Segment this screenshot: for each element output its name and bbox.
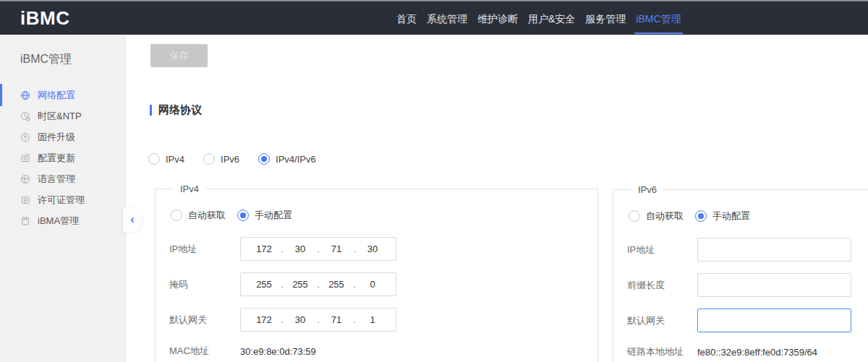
ipv6-ip-row: IP地址	[627, 238, 868, 262]
sidebar-item-config-update[interactable]: 配置更新	[0, 147, 127, 168]
octet-field[interactable]: 30	[284, 314, 316, 325]
ipv6-gateway-row: 默认网关	[627, 309, 868, 332]
sidebar-item-timezone-ntp[interactable]: 时区&NTP	[0, 105, 127, 126]
radio-ipv6-manual[interactable]: 手动配置	[695, 210, 750, 223]
ipv6-link-local-row: 链路本地地址 fe80::32e9:8eff:fe0d:7359/64	[627, 344, 868, 360]
radio-button[interactable]	[148, 153, 160, 165]
ipv4-mac-label: MAC地址	[169, 345, 240, 358]
radio-ipv4-manual[interactable]: 手动配置	[237, 209, 292, 222]
nav-item-services[interactable]: 服务管理	[584, 2, 627, 35]
config-update-icon	[20, 153, 30, 163]
ipv6-panel-legend: IPv6	[631, 184, 663, 195]
sidebar-item-label: 语言管理	[38, 173, 75, 186]
radio-label: 自动获取	[188, 209, 226, 222]
octet-field[interactable]: 255	[248, 279, 280, 290]
ipv6-prefix-label: 前缀长度	[627, 279, 697, 292]
ipv6-link-local-label: 链路本地地址	[627, 345, 697, 358]
sidebar-item-label: 配置更新	[38, 152, 75, 165]
license-icon	[20, 195, 30, 205]
ibma-icon	[20, 216, 30, 226]
octet-field[interactable]: 0	[357, 279, 388, 290]
language-icon	[20, 174, 30, 184]
radio-ipv4[interactable]: IPv4	[148, 153, 184, 165]
ipv4-panel: IPv4 自动获取 手动配置 IP地址 172 . 30	[155, 184, 598, 362]
radio-ipv4-auto[interactable]: 自动获取	[171, 209, 226, 222]
sidebar-item-label: 时区&NTP	[38, 110, 82, 123]
sidebar-item-firmware-upgrade[interactable]: 固件升级	[0, 126, 127, 147]
ipv6-prefix-row: 前缀长度	[627, 273, 868, 297]
sidebar-item-ibma[interactable]: iBMA管理	[0, 210, 127, 231]
sidebar-item-label: 固件升级	[38, 131, 75, 144]
sidebar-title: iBMC管理	[20, 52, 127, 67]
sidebar-item-network-config[interactable]: 网络配置	[0, 85, 127, 105]
nav-item-home[interactable]: 首页	[395, 2, 418, 35]
ipv4-gateway-row: 默认网关 172 . 30 . 71 . 1	[169, 308, 597, 332]
ipv6-link-local-value: fe80::32e9:8eff:fe0d:7359/64	[697, 347, 817, 358]
radio-label: 自动获取	[646, 210, 684, 223]
ipv4-mask-input[interactable]: 255 . 255 . 255 . 0	[240, 272, 396, 296]
nav-item-system[interactable]: 系统管理	[425, 2, 469, 35]
radio-button[interactable]	[629, 210, 640, 222]
radio-button[interactable]	[695, 210, 707, 222]
radio-label: IPv4/IPv6	[276, 154, 316, 165]
timezone-icon	[20, 111, 30, 121]
top-navbar: iBMC 首页 系统管理 维护诊断 用户&安全 服务管理 iBMC管理	[0, 0, 868, 35]
radio-ipv6[interactable]: IPv6	[203, 153, 239, 165]
octet-field[interactable]: 172	[248, 314, 280, 325]
ipv4-mask-label: 掩码	[169, 278, 240, 291]
ipv4-form: IP地址 172 . 30 . 71 . 30 掩码 255	[169, 237, 597, 359]
sidebar-collapse-button[interactable]: ‹	[123, 207, 142, 233]
radio-label: IPv6	[221, 154, 239, 165]
ipv4-gateway-input[interactable]: 172 . 30 . 71 . 1	[240, 308, 396, 332]
nav-item-ibmc[interactable]: iBMC管理	[634, 2, 682, 35]
radio-button[interactable]	[203, 153, 215, 165]
ipv4-mac-row: MAC地址 30:e9:8e:0d:73:59	[169, 343, 597, 359]
firmware-upgrade-icon	[20, 132, 30, 142]
ipv6-mode-radio-group: 自动获取 手动配置	[629, 210, 868, 223]
ipv4-ip-label: IP地址	[169, 243, 240, 256]
radio-button[interactable]	[171, 210, 182, 221]
ipv6-panel: IPv6 自动获取 手动配置 IP地址 前缀长度	[613, 184, 868, 362]
octet-field[interactable]: 172	[248, 244, 280, 254]
ipv4-ip-input[interactable]: 172 . 30 . 71 . 30	[240, 237, 396, 261]
radio-label: IPv4	[166, 154, 184, 165]
save-button[interactable]: 保存	[150, 44, 208, 67]
octet-field[interactable]: 255	[284, 279, 316, 290]
radio-button[interactable]	[258, 153, 270, 165]
radio-label: 手动配置	[255, 209, 292, 222]
radio-ipv6-auto[interactable]: 自动获取	[629, 210, 684, 223]
sidebar-item-language[interactable]: 语言管理	[0, 168, 127, 189]
ipv6-prefix-input[interactable]	[697, 273, 851, 297]
octet-field[interactable]: 71	[320, 244, 352, 254]
sidebar-menu: 网络配置 时区&NTP 固件升级	[0, 85, 127, 231]
ipv4-ip-row: IP地址 172 . 30 . 71 . 30	[169, 237, 597, 261]
radio-button[interactable]	[237, 210, 249, 221]
octet-field[interactable]: 255	[320, 279, 352, 290]
page: iBMC 首页 系统管理 维护诊断 用户&安全 服务管理 iBMC管理 iBMC…	[0, 0, 868, 362]
ipv4-mac-value: 30:e9:8e:0d:73:59	[240, 346, 316, 357]
main-nav: 首页 系统管理 维护诊断 用户&安全 服务管理 iBMC管理	[395, 3, 683, 35]
ipv4-panel-legend: IPv4	[174, 184, 205, 194]
ipv4-mask-row: 掩码 255 . 255 . 255 . 0	[169, 272, 597, 296]
octet-field[interactable]: 30	[284, 244, 316, 254]
ipv6-ip-input[interactable]	[697, 238, 851, 262]
sidebar-item-license[interactable]: 许可证管理	[0, 189, 127, 210]
nav-item-maintenance[interactable]: 维护诊断	[476, 2, 519, 35]
app-logo: iBMC	[20, 7, 69, 30]
octet-field[interactable]: 30	[357, 244, 388, 254]
main-content: 保存 网络协议 IPv4 IPv6 IPv4/IPv6 IPv4	[127, 35, 868, 362]
nav-item-user-security[interactable]: 用户&安全	[527, 2, 576, 35]
chevron-left-icon: ‹	[130, 213, 134, 226]
sidebar-item-label: 网络配置	[38, 89, 75, 102]
octet-field[interactable]: 1	[357, 314, 388, 325]
ipv4-mode-radio-group: 自动获取 手动配置	[171, 209, 597, 222]
section-header: 网络协议	[150, 103, 202, 117]
network-icon	[20, 90, 30, 100]
ipv4-gateway-label: 默认网关	[169, 314, 240, 327]
ipv6-ip-label: IP地址	[627, 244, 697, 257]
ipv6-gateway-input[interactable]	[697, 309, 851, 332]
radio-label: 手动配置	[712, 210, 750, 223]
octet-field[interactable]: 71	[320, 314, 352, 325]
radio-ipv4-ipv6[interactable]: IPv4/IPv6	[258, 153, 316, 165]
sidebar-item-label: 许可证管理	[38, 194, 85, 207]
